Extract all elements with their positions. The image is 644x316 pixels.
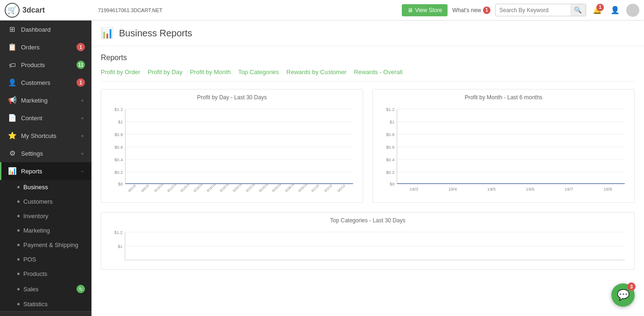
svg-text:$1: $1	[118, 244, 122, 249]
reports-expand-icon: －	[80, 168, 85, 175]
svg-text:19/6: 19/6	[526, 187, 534, 192]
chart3-svg: $1.2 $1	[106, 227, 630, 265]
logo-text: 3dcart	[22, 6, 45, 14]
chart2-title: Profit by Month - Last 6 months	[378, 94, 630, 101]
page-header: 📊 Business Reports	[91, 21, 644, 46]
svg-text:$1.2: $1.2	[386, 107, 394, 112]
store-icon: 🖥	[407, 7, 413, 14]
notification-icon[interactable]: 🔔 1	[591, 4, 604, 17]
help-button[interactable]: ?	[0, 312, 30, 316]
sidebar: ⊞ Dashboard 📋 Orders 1 🏷 Products 11 👤 C…	[0, 21, 91, 316]
reports-submenu: Business Customers Inventory Marketing P…	[0, 180, 91, 311]
tab-rewards-overall[interactable]: Rewards - Overall	[354, 69, 402, 77]
submenu-statistics[interactable]: Statistics	[0, 297, 91, 311]
logo-area: 🛒 3dcart	[5, 3, 93, 18]
svg-text:8/18/19: 8/18/19	[206, 183, 217, 193]
sub-dot-customers	[17, 200, 20, 203]
svg-text:$0.2: $0.2	[386, 170, 394, 175]
chart3-title: Top Categories - Last 30 Days	[106, 217, 630, 224]
sidebar-item-customers[interactable]: 👤 Customers 1	[0, 74, 91, 91]
chart1-svg: $1.2 $1 $0.8 $0.6 $0.4 $0.2 $0 8/6/19 8/…	[106, 104, 358, 198]
submenu-marketing[interactable]: Marketing	[0, 223, 91, 238]
svg-text:$0: $0	[118, 182, 123, 186]
main-layout: ⊞ Dashboard 📋 Orders 1 🏷 Products 11 👤 C…	[0, 21, 644, 316]
search-box: 🔍	[495, 4, 586, 16]
svg-text:$0.6: $0.6	[114, 145, 123, 150]
sub-dot-statistics	[17, 303, 20, 305]
sub-dot-business	[17, 186, 20, 188]
avatar[interactable]	[626, 4, 639, 17]
chart2-area: $1.2 $1 $0.8 $0.6 $0.4 $0.2 $0 19/3 19/4	[378, 104, 630, 198]
sidebar-item-dashboard[interactable]: ⊞ Dashboard	[0, 21, 91, 38]
chart-profit-by-month: Profit by Month - Last 6 months	[372, 89, 635, 203]
tab-top-categories[interactable]: Top Categories	[238, 69, 279, 77]
svg-text:9/5/19: 9/5/19	[337, 184, 346, 193]
sidebar-item-settings[interactable]: ⚙ Settings ＋	[0, 144, 91, 162]
sidebar-footer: ? ★ $	[0, 311, 91, 316]
sidebar-item-content[interactable]: 📄 Content ＋	[0, 109, 91, 127]
submenu-payment-shipping[interactable]: Payment & Shipping	[0, 238, 91, 252]
svg-text:$1.2: $1.2	[114, 107, 123, 112]
submenu-sales[interactable]: Sales ↻	[0, 281, 91, 297]
svg-text:19/4: 19/4	[448, 187, 457, 192]
svg-text:19/7: 19/7	[565, 187, 573, 192]
search-input[interactable]	[496, 5, 570, 16]
chart1-area: $1.2 $1 $0.8 $0.6 $0.4 $0.2 $0 8/6/19 8/…	[106, 104, 358, 198]
products-icon: 🏷	[8, 61, 16, 69]
svg-text:8/28/19: 8/28/19	[285, 183, 295, 193]
svg-text:$0.8: $0.8	[114, 132, 123, 137]
chat-badge: 3	[627, 282, 636, 291]
submenu-pos[interactable]: POS	[0, 252, 91, 267]
customers-badge: 1	[77, 78, 85, 87]
tab-profit-by-day[interactable]: Profit by Day	[148, 69, 182, 77]
sub-dot-inventory	[17, 215, 20, 217]
sidebar-item-reports[interactable]: 📊 Reports －	[0, 162, 91, 180]
reports-icon: 📊	[8, 167, 16, 175]
sub-dot-pos	[17, 258, 20, 261]
settings-expand-icon: ＋	[80, 150, 85, 157]
sub-dot-marketing	[17, 229, 20, 232]
sub-dot-products	[17, 273, 20, 275]
svg-text:$0.8: $0.8	[386, 132, 394, 137]
svg-text:8/12/19: 8/12/19	[167, 183, 177, 193]
svg-text:8/20/19: 8/20/19	[232, 183, 243, 193]
view-store-button[interactable]: 🖥 View Store	[402, 4, 448, 16]
store-url: 71994617061.3DCART.NET	[98, 7, 397, 13]
chart-top-categories: Top Categories - Last 30 Days $1.2 $1	[101, 212, 635, 270]
user-icon[interactable]: 👤	[609, 4, 622, 17]
chart2-svg: $1.2 $1 $0.8 $0.6 $0.4 $0.2 $0 19/3 19/4	[378, 104, 630, 198]
reports-section: Reports Profit by Order Profit by Day Pr…	[91, 46, 644, 277]
tab-rewards-by-customer[interactable]: Rewards by Customer	[287, 69, 347, 77]
tab-profit-by-month[interactable]: Profit by Month	[190, 69, 231, 77]
svg-text:$1: $1	[390, 120, 394, 124]
submenu-products[interactable]: Products	[0, 267, 91, 281]
svg-text:19/5: 19/5	[487, 187, 496, 192]
header-right: What's new 1 🔍 🔔 1 👤	[452, 4, 639, 17]
sub-dot-sales	[17, 288, 20, 290]
svg-text:$0.2: $0.2	[114, 170, 123, 175]
marketing-expand-icon: ＋	[80, 97, 85, 104]
svg-text:8/8/19: 8/8/19	[140, 184, 150, 193]
svg-text:$0.4: $0.4	[386, 158, 394, 162]
sidebar-item-orders[interactable]: 📋 Orders 1	[0, 38, 91, 56]
chat-bubble[interactable]: 💬 3	[611, 283, 635, 307]
submenu-inventory[interactable]: Inventory	[0, 209, 91, 223]
charts-grid: Profit by Day - Last 30 Days	[101, 89, 635, 203]
shortcuts-button[interactable]: ★	[30, 312, 61, 316]
tab-profit-by-order[interactable]: Profit by Order	[101, 69, 140, 77]
whats-new[interactable]: What's new 1	[452, 7, 490, 14]
chart-profit-by-day: Profit by Day - Last 30 Days	[101, 89, 363, 203]
orders-badge: 1	[77, 43, 85, 51]
svg-text:8/19/19: 8/19/19	[219, 183, 230, 193]
billing-button[interactable]: $	[61, 312, 91, 316]
svg-text:$1: $1	[118, 120, 123, 124]
submenu-business[interactable]: Business	[0, 180, 91, 194]
submenu-customers[interactable]: Customers	[0, 194, 91, 209]
search-button[interactable]: 🔍	[570, 4, 586, 16]
sales-badge[interactable]: ↻	[77, 285, 85, 293]
sidebar-item-my-shortcuts[interactable]: ⭐ My Shortcuts ＋	[0, 127, 91, 144]
svg-text:19/8: 19/8	[603, 187, 612, 192]
sidebar-item-marketing[interactable]: 📢 Marketing ＋	[0, 91, 91, 109]
shortcuts-expand-icon: ＋	[80, 132, 85, 139]
sidebar-item-products[interactable]: 🏷 Products 11	[0, 56, 91, 74]
